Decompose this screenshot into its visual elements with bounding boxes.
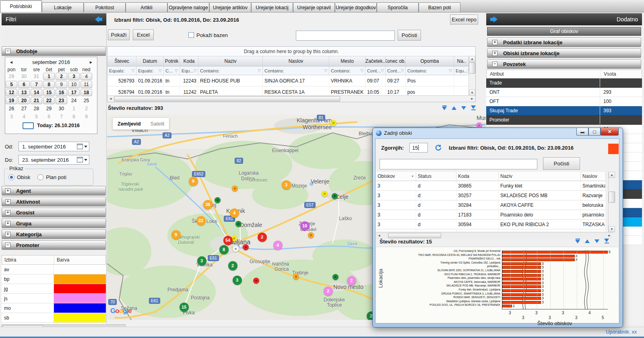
color-table-header-barva[interactable]: Barva bbox=[54, 256, 105, 264]
map-marker[interactable] bbox=[332, 193, 338, 199]
scrollbar-thumb[interactable] bbox=[469, 62, 475, 74]
close-button[interactable]: ✕ bbox=[601, 128, 619, 136]
calendar-day[interactable]: 25 bbox=[80, 97, 92, 104]
grid-filter-cell[interactable]: Contains:▽ bbox=[329, 66, 365, 75]
od-date-field[interactable]: 1. september 2016 bbox=[19, 142, 89, 151]
grid-column-header-naziv[interactable]: Naziv bbox=[198, 56, 263, 66]
map-marker[interactable] bbox=[332, 274, 339, 280]
scrollbar-thumb[interactable] bbox=[388, 233, 441, 238]
summary-row[interactable]: OFT100 bbox=[486, 97, 642, 106]
calendar-day[interactable]: 30 bbox=[18, 73, 30, 80]
color-table-row[interactable]: sb bbox=[2, 313, 106, 323]
zgornjih-input[interactable]: 15 bbox=[409, 143, 428, 153]
table-row[interactable]: 52679301.09.2016tn12243RED HOUSE PUBSINJ… bbox=[107, 75, 475, 87]
grid-column-header-mesto[interactable]: Mesto bbox=[329, 56, 365, 66]
grid-filter-cell[interactable]: Equals:▽ bbox=[107, 66, 136, 75]
calendar-day[interactable]: 4 bbox=[80, 73, 92, 80]
go-last-icon[interactable] bbox=[604, 239, 609, 243]
accordion-podatki-izbrane-lokacije[interactable]: +Podatki izbrane lokacije bbox=[487, 37, 641, 47]
map-marker-9[interactable]: 9 bbox=[171, 230, 181, 239]
collapse-minus-icon[interactable]: − bbox=[5, 49, 10, 54]
maximize-button[interactable]: ▢ bbox=[588, 128, 601, 136]
map-marker-15[interactable]: 15 bbox=[180, 303, 189, 312]
calendar-day[interactable]: 10 bbox=[68, 81, 80, 88]
filter-funnel-icon[interactable]: ▽ bbox=[258, 68, 261, 73]
table-row[interactable]: 3d17183Pisarnisko delopisarnisko delo bbox=[376, 210, 606, 220]
calendar-day[interactable]: 21 bbox=[31, 97, 42, 104]
sort-desc-icon[interactable]: ▼ bbox=[411, 175, 414, 178]
map-marker[interactable] bbox=[293, 274, 299, 280]
chart-bar[interactable] bbox=[502, 251, 608, 254]
grid-filter-cell[interactable]: Equals:▽ bbox=[136, 66, 164, 75]
map-marker-9[interactable]: 9 bbox=[189, 177, 198, 186]
map-marker[interactable] bbox=[330, 120, 336, 126]
tab-urejanje-opravil[interactable]: Urejanje opravil bbox=[293, 2, 335, 12]
calendar-day[interactable]: 9 bbox=[80, 113, 92, 120]
filter-funnel-icon[interactable]: ▽ bbox=[401, 68, 404, 73]
popup-horizontal-scrollbar[interactable]: ◄ ► bbox=[376, 232, 613, 239]
filter-funnel-icon[interactable]: ▽ bbox=[381, 68, 384, 73]
calendar-day[interactable]: 6 bbox=[43, 113, 55, 120]
calendar-day[interactable]: 8 bbox=[68, 113, 80, 120]
calendar-day[interactable]: 4 bbox=[18, 113, 30, 120]
summary-row[interactable]: ONT293 bbox=[486, 88, 642, 97]
collapse-minus-icon[interactable]: − bbox=[492, 62, 497, 67]
scroll-left-icon[interactable]: ◄ bbox=[107, 96, 114, 102]
calendar-day[interactable]: 20 bbox=[18, 97, 30, 104]
grid-filter-cell[interactable]: Cont...▽ bbox=[365, 66, 386, 75]
popup-pocisti-button[interactable]: Počisti bbox=[543, 157, 580, 170]
scroll-down-icon[interactable]: ▼ bbox=[609, 226, 615, 232]
grid-vertical-scrollbar[interactable]: ▲ ▼ bbox=[469, 56, 475, 96]
map-marker-2[interactable]: 2 bbox=[228, 261, 237, 270]
table-row[interactable]: 3d30865Funky kletSmartinska1 bbox=[376, 181, 606, 191]
grid-filter-cell[interactable]: Contains:▽ bbox=[263, 66, 329, 75]
map-marker-3[interactable]: 3 bbox=[233, 276, 242, 285]
calendar-day[interactable]: 7 bbox=[56, 113, 67, 120]
popup-column-header-naslov[interactable]: Naslov bbox=[581, 172, 606, 181]
map-marker-8[interactable]: 8 bbox=[219, 245, 229, 254]
grid-column-header-koda[interactable]: Koda bbox=[180, 56, 198, 66]
scroll-right-icon[interactable]: ► bbox=[606, 233, 613, 239]
calendar-day[interactable]: 15 bbox=[43, 89, 55, 96]
color-table-row[interactable]: bp bbox=[2, 274, 106, 284]
grid-filter-cell[interactable]: Equ...▽ bbox=[180, 66, 198, 75]
filter-funnel-icon[interactable]: ▽ bbox=[175, 68, 178, 73]
grid-group-panel[interactable]: Drag a column here to group by this colu… bbox=[107, 47, 475, 56]
calendar-day[interactable]: 3 bbox=[6, 113, 17, 120]
chart-bar[interactable] bbox=[502, 293, 541, 296]
accordion-agent[interactable]: +Agent bbox=[2, 186, 106, 196]
calendar-day[interactable]: 5 bbox=[31, 113, 42, 120]
calendar-day[interactable]: 28 bbox=[31, 105, 42, 112]
grid-filter-cell[interactable]: Equ...▽ bbox=[454, 66, 469, 75]
chart-bar[interactable] bbox=[502, 289, 541, 292]
grid-filter-cell[interactable]: Cont...▽ bbox=[386, 66, 406, 75]
map-marker[interactable] bbox=[215, 197, 221, 203]
pocisti-button[interactable]: Počisti bbox=[398, 30, 421, 41]
popup-column-header-obiskov[interactable]: Obiskov▼ bbox=[376, 172, 416, 181]
excel-repo-button[interactable]: Excel repo bbox=[450, 14, 478, 25]
chart-bar[interactable] bbox=[502, 278, 541, 280]
accordion-promoter[interactable]: −Promoter bbox=[2, 240, 106, 250]
popup-vertical-scrollbar[interactable]: ▲ ▼ bbox=[608, 172, 615, 232]
map-marker-3[interactable]: 3 bbox=[197, 256, 206, 266]
radio-icon[interactable] bbox=[8, 174, 14, 180]
grid-column-header-datum[interactable]: Datum bbox=[136, 56, 164, 66]
map-marker-4[interactable]: 4 bbox=[273, 241, 283, 250]
filter-funnel-icon[interactable]: ▽ bbox=[159, 68, 162, 73]
accordion-povzetek[interactable]: −Povzetek bbox=[487, 59, 641, 69]
radio-option-plan-poti[interactable]: Plan poti bbox=[37, 174, 66, 180]
go-next-icon[interactable] bbox=[594, 239, 599, 243]
color-swatch[interactable] bbox=[608, 144, 619, 154]
map-marker[interactable] bbox=[322, 191, 328, 197]
calendar-day[interactable]: 14 bbox=[31, 89, 42, 96]
radio-option-obisk[interactable]: Obisk bbox=[8, 174, 30, 180]
chart-bar[interactable] bbox=[502, 274, 541, 277]
map-control-satelit[interactable]: Satelit bbox=[146, 118, 169, 130]
tab-lokacije[interactable]: Lokacije bbox=[42, 2, 84, 12]
filter-funnel-icon[interactable]: ▽ bbox=[131, 68, 134, 73]
scrollbar-thumb[interactable] bbox=[114, 96, 340, 101]
color-table-row[interactable]: js bbox=[2, 294, 106, 303]
map-marker-54[interactable]: 54 bbox=[223, 236, 233, 245]
collapse-left-panel-icon[interactable] bbox=[95, 16, 102, 23]
go-last-icon[interactable] bbox=[471, 105, 476, 110]
